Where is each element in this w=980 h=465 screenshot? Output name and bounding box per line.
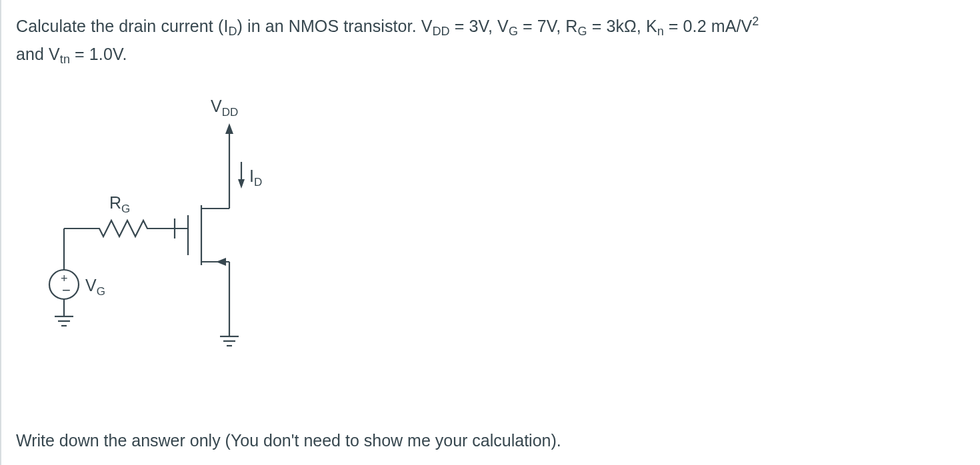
q-text: = 3kΩ, K <box>587 17 657 35</box>
q-line2: and Vtn = 1.0V. <box>16 45 127 63</box>
q-sub: G <box>509 24 518 37</box>
q-sup: 2 <box>752 15 759 28</box>
q-sub: G <box>578 24 587 37</box>
minus-sign: − <box>62 282 71 298</box>
svg-marker-3 <box>238 179 245 189</box>
q-text: = 7V, R <box>518 17 578 35</box>
q-sub: n <box>657 24 664 37</box>
q-sub: D <box>228 24 237 37</box>
q-sub: tn <box>60 53 70 66</box>
svg-marker-1 <box>225 123 233 134</box>
vg-label: VG <box>85 276 105 298</box>
q-sub: DD <box>433 24 450 37</box>
id-label: ID <box>249 167 262 189</box>
circuit-diagram: VDD ID RG <box>16 95 960 378</box>
q-text: ) in an NMOS transistor. V <box>237 17 433 35</box>
rg-label: RG <box>109 193 130 215</box>
q-text: = 3V, V <box>450 17 509 35</box>
vdd-label: VDD <box>211 97 238 119</box>
svg-marker-8 <box>216 258 226 266</box>
question-text: Calculate the drain current (ID) in an N… <box>16 12 960 69</box>
q-text: and V <box>16 45 60 63</box>
answer-instruction: Write down the answer only (You don't ne… <box>16 431 561 450</box>
question-page: Calculate the drain current (ID) in an N… <box>0 0 980 465</box>
diagram-svg: VDD ID RG <box>16 95 283 375</box>
q-text: = 1.0V. <box>70 45 127 63</box>
q-line1: Calculate the drain current (ID) in an N… <box>16 17 759 35</box>
q-text: Calculate the drain current (I <box>16 17 228 35</box>
q-text: = 0.2 mA/V <box>664 17 752 35</box>
